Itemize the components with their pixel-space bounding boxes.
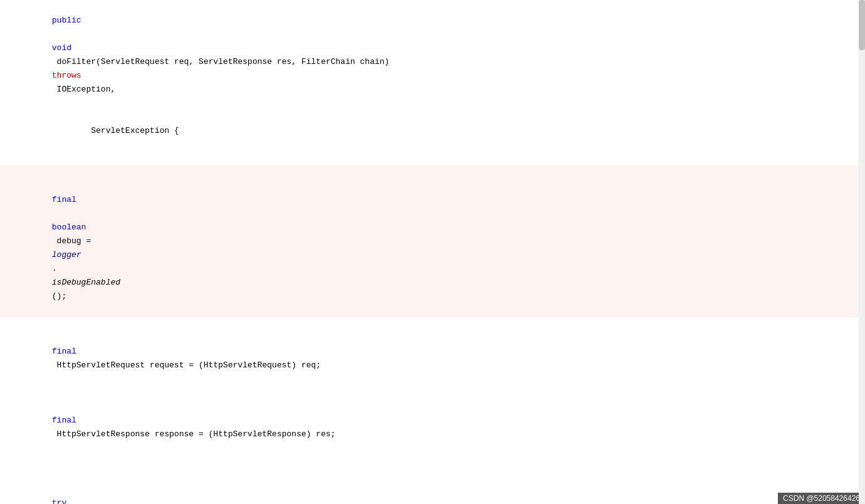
code-line-4: final boolean debug = logger . isDebugEn… <box>0 165 865 317</box>
code-line-1: public void doFilter(ServletRequest req,… <box>0 0 865 110</box>
code-line-5: final HttpServletRequest request = (Http… <box>0 317 865 386</box>
line-content-2: ServletException { <box>23 110 865 152</box>
code-line-7 <box>0 455 865 469</box>
csdn-watermark: CSDN @52058426426 <box>778 493 865 504</box>
code-line-8: try { <box>0 469 865 504</box>
scrollbar[interactable] <box>859 0 865 504</box>
code-container: public void doFilter(ServletRequest req,… <box>0 0 865 504</box>
code-line-2: ServletException { <box>0 110 865 152</box>
scrollbar-thumb[interactable] <box>859 0 865 50</box>
code-line-3 <box>0 152 865 165</box>
code-line-6: final HttpServletResponse response = (Ht… <box>0 386 865 455</box>
line-content-1: public void doFilter(ServletRequest req,… <box>23 0 865 110</box>
